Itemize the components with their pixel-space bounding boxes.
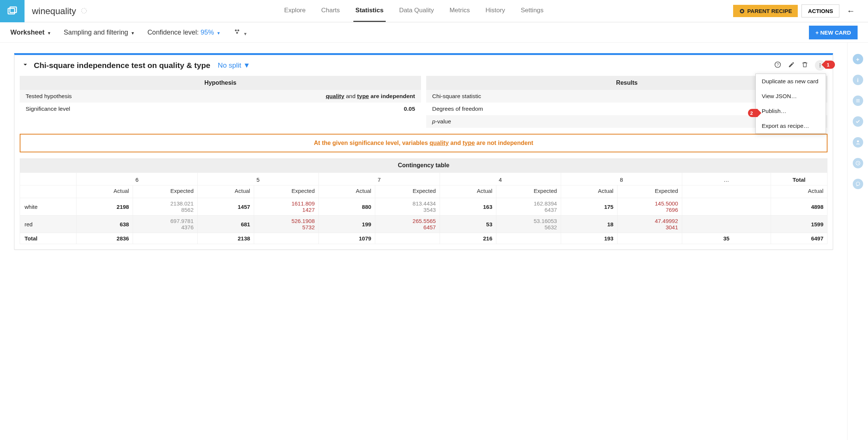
svg-point-4 — [741, 10, 743, 12]
hypothesis-panel: Hypothesis Tested hypothesis quality and… — [20, 76, 421, 128]
col-group: 8 — [561, 173, 682, 185]
dataset-title: winequality — [25, 6, 95, 16]
tab-metrics[interactable]: Metrics — [447, 0, 472, 22]
sub-actual: Actual — [198, 185, 254, 198]
settings-gear-dropdown[interactable]: ▼ — [233, 28, 247, 37]
project-logo-icon[interactable] — [0, 0, 25, 22]
svg-point-2 — [81, 8, 87, 13]
collapse-chevron-icon[interactable] — [22, 61, 29, 69]
delete-icon[interactable] — [801, 61, 808, 70]
rail-check-icon[interactable] — [853, 116, 863, 127]
rail-info-icon[interactable]: i — [853, 75, 863, 85]
tab-settings[interactable]: Settings — [518, 0, 545, 22]
chevron-down-icon: ▼ — [47, 31, 51, 35]
sampling-label: Sampling and filtering — [64, 29, 128, 36]
row-total: 1599 — [771, 216, 827, 233]
tab-charts[interactable]: Charts — [319, 0, 342, 22]
rail-add-icon[interactable]: + — [853, 54, 863, 64]
col-total-value: 2836 — [77, 233, 133, 244]
top-navbar: winequality ExploreChartsStatisticsData … — [0, 0, 868, 22]
confidence-value: 95% — [201, 29, 214, 36]
sub-actual: Actual — [77, 185, 133, 198]
table-row: red638697.97814376681526.19085732199265.… — [20, 216, 827, 233]
expected-value: 1611.8091427 — [254, 198, 319, 216]
tab-statistics[interactable]: Statistics — [353, 0, 386, 22]
col-total-value: 2138 — [198, 233, 254, 244]
actual-value: 199 — [318, 216, 375, 233]
grand-total: 6497 — [771, 233, 827, 244]
actions-button[interactable]: ACTIONS — [801, 4, 839, 17]
confidence-dropdown[interactable]: Confidence level: 95% ▼ — [148, 29, 221, 36]
actual-value: 1457 — [198, 198, 254, 216]
parent-recipe-label: PARENT RECIPE — [747, 8, 792, 14]
svg-rect-14 — [856, 100, 859, 101]
actual-value: 2198 — [77, 198, 133, 216]
rail-list-icon[interactable] — [853, 96, 863, 106]
significance-level-label: Significance level — [26, 106, 201, 112]
statistics-card: Chi-square independence test on quality … — [14, 53, 833, 250]
sub-expected: Expected — [496, 185, 561, 198]
svg-rect-0 — [8, 8, 15, 14]
tested-hypothesis-label: Tested hypothesis — [26, 93, 201, 100]
chevron-down-icon: ▼ — [131, 31, 135, 35]
dataset-status-icon — [81, 6, 87, 16]
edit-icon[interactable] — [788, 61, 795, 70]
svg-point-12 — [820, 67, 820, 67]
sampling-dropdown[interactable]: Sampling and filtering ▼ — [64, 29, 135, 36]
col-total: Total — [771, 173, 827, 185]
svg-point-5 — [235, 29, 237, 31]
sub-actual: Actual — [561, 185, 617, 198]
tab-history[interactable]: History — [483, 0, 507, 22]
col-total-value: 216 — [440, 233, 496, 244]
dropdown-item-view-json[interactable]: View JSON… — [756, 89, 826, 104]
total-label: Total — [20, 233, 77, 244]
svg-point-7 — [236, 32, 238, 33]
expected-value: 145.50007696 — [617, 198, 682, 216]
rail-history-icon[interactable] — [853, 158, 863, 168]
svg-rect-13 — [856, 99, 859, 100]
col-total-value: 193 — [561, 233, 617, 244]
nav-tabs: ExploreChartsStatisticsData QualityMetri… — [282, 0, 546, 22]
sub-actual: Actual — [771, 185, 827, 198]
split-label: No split — [218, 61, 241, 69]
col-group: 4 — [440, 173, 561, 185]
tab-explore[interactable]: Explore — [282, 0, 308, 22]
chevron-down-icon: ▼ — [217, 31, 221, 35]
expected-value: 53.160535632 — [496, 216, 561, 233]
tab-data-quality[interactable]: Data Quality — [397, 0, 436, 22]
svg-rect-1 — [10, 7, 17, 12]
dropdown-item-publish[interactable]: Publish… — [756, 104, 826, 119]
card-options-dropdown: Duplicate as new cardView JSON…Publish…E… — [755, 74, 826, 134]
svg-point-16 — [857, 140, 859, 142]
chi-square-label: Chi-square statistic — [432, 93, 608, 100]
actual-value: 175 — [561, 198, 617, 216]
worksheet-dropdown[interactable]: Worksheet ▼ — [10, 29, 51, 36]
new-card-button[interactable]: + NEW CARD — [809, 26, 858, 39]
contingency-table: 65748…Total ActualExpectedActualExpected… — [20, 172, 827, 244]
help-icon[interactable]: ? — [774, 61, 781, 70]
rail-user-icon[interactable] — [853, 137, 863, 148]
actual-value: 18 — [561, 216, 617, 233]
actual-value: 638 — [77, 216, 133, 233]
col-group: 7 — [318, 173, 440, 185]
dropdown-item-duplicate-as-new-card[interactable]: Duplicate as new card — [756, 74, 826, 89]
parent-recipe-button[interactable]: PARENT RECIPE — [733, 5, 798, 17]
confidence-label: Confidence level: — [148, 29, 199, 36]
sub-expected: Expected — [617, 185, 682, 198]
expected-value: 2138.0218562 — [133, 198, 198, 216]
degrees-freedom-label: Degrees of freedom — [432, 106, 608, 112]
actual-value: 163 — [440, 198, 496, 216]
worksheet-toolbar: Worksheet ▼ Sampling and filtering ▼ Con… — [0, 22, 868, 43]
contingency-header: Contingency table — [20, 158, 827, 172]
dropdown-item-export-as-recipe[interactable]: Export as recipe… — [756, 119, 826, 133]
row-total: 4898 — [771, 198, 827, 216]
back-arrow-icon[interactable]: ← — [843, 6, 861, 16]
actual-value: 681 — [198, 216, 254, 233]
expected-value: 47.499923041 — [617, 216, 682, 233]
split-dropdown[interactable]: No split ▼ — [218, 61, 250, 69]
row-label: red — [20, 216, 77, 233]
chevron-down-icon: ▼ — [243, 32, 247, 36]
rail-chat-icon[interactable] — [853, 179, 863, 189]
svg-point-10 — [820, 64, 820, 64]
expected-value: 697.97814376 — [133, 216, 198, 233]
